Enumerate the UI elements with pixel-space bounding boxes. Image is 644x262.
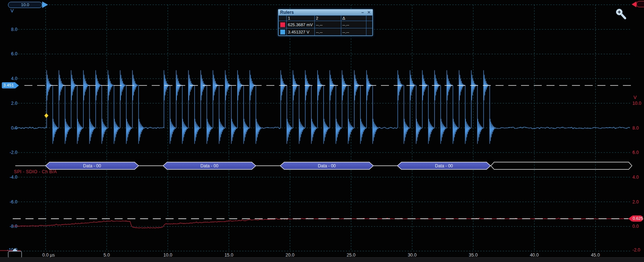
right-axis-tick-label: 2.0 — [632, 199, 639, 205]
oscilloscope-view: 8.06.04.02.00.0-2.0-4.0-6.0-8.0-10.0V10.… — [0, 0, 644, 262]
ruler-value-cell: --.-- — [315, 28, 341, 36]
rulers-table: 12Δ625.3687 mV--.----.--3.451327 V--.---… — [278, 15, 373, 36]
decode-data-bubble-label: Data - 00 — [435, 163, 453, 168]
zoom-plus-cursor-icon — [615, 8, 627, 20]
channel-a-trace — [14, 70, 630, 143]
waveform-plot[interactable]: 8.06.04.02.00.0-2.0-4.0-6.0-8.0-10.0V10.… — [0, 0, 644, 262]
ruler-handle-arrow-icon — [628, 216, 632, 222]
right-axis-tick-label: 0.0 — [632, 224, 639, 229]
left-axis-tick-label: -4.0 — [9, 175, 17, 180]
spacer-cell — [366, 28, 372, 36]
left-axis-tick-label: -2.0 — [9, 150, 17, 155]
minimize-button[interactable]: – — [361, 10, 364, 15]
trigger-marker[interactable] — [44, 113, 48, 118]
left-axis-tick-label: 2.0 — [11, 101, 17, 106]
decode-data-bubble-label: Data - 00 — [200, 163, 219, 168]
right-axis-tick-label: 6.0 — [632, 150, 639, 155]
x-axis-tick-label: 5.0 — [104, 253, 110, 258]
ruler-handle-label: 0.625 — [632, 215, 643, 222]
right-axis-tick-label: 8.0 — [632, 126, 639, 131]
x-axis-tick-label: 35.0 — [469, 253, 478, 258]
right-axis-tick-label: 10.0 — [632, 101, 641, 106]
axis-handle-triangle-icon — [12, 248, 18, 251]
rulers-column-header: 2 — [315, 16, 341, 21]
x-axis-tick-label: 25.0 — [347, 253, 355, 258]
channel-color-swatch — [280, 22, 285, 27]
rulers-dialog[interactable]: Rulers – ✕ 12Δ625.3687 mV--.----.--3.451… — [278, 9, 373, 36]
rulers-table-row: 625.3687 mV--.----.-- — [279, 21, 373, 28]
window-bottom-strip — [0, 257, 644, 262]
left-axis-tick-label: 4.0 — [11, 76, 17, 81]
rulers-table-row: 3.451327 V--.----.-- — [279, 28, 373, 36]
rulers-column-header: Δ — [341, 16, 366, 21]
left-axis-tick-label: -6.0 — [9, 199, 17, 205]
spacer-cell — [366, 21, 372, 28]
right-axis-tick-label: 4.0 — [632, 175, 639, 180]
decode-channel-label: SPI - SDIO - Ch B/A — [14, 169, 57, 174]
ruler-handle-channel-a[interactable]: 3.451 — [2, 82, 19, 88]
x-axis-tick-label: 0.0 µs — [42, 253, 55, 258]
ruler-value-cell: 3.451327 V — [287, 28, 315, 36]
x-axis-tick-label: 45.0 — [591, 253, 600, 258]
ruler-value-cell: --.-- — [341, 21, 366, 28]
x-axis-tick-label: 20.0 — [286, 253, 294, 258]
ruler-value-cell: 625.3687 mV — [287, 21, 315, 28]
rulers-column-header: 1 — [287, 16, 315, 21]
x-axis-tick-label: 10.0 — [163, 253, 172, 258]
decode-data-bubble-label: Data - 00 — [83, 163, 101, 168]
left-axis-tick-label: 6.0 — [11, 51, 17, 56]
rulers-table-header: 12Δ — [279, 16, 373, 21]
scale-tag-arrow-icon — [42, 1, 48, 8]
right-axis-tick-label: -2.0 — [632, 247, 640, 253]
ruler-handle-label: 3.451 — [2, 82, 15, 88]
rulers-dialog-titlebar[interactable]: Rulers – ✕ — [278, 9, 373, 15]
rulers-dialog-title: Rulers — [280, 10, 294, 15]
ruler-value-cell: --.-- — [315, 21, 341, 28]
ruler-handle-arrow-icon — [15, 83, 19, 88]
left-axis-tick-label: 0.0 — [11, 126, 17, 131]
x-axis-tick-label: 15.0 — [224, 253, 233, 258]
channel-b-scale-tag[interactable] — [632, 1, 644, 7]
channel-color-swatch — [280, 29, 285, 35]
x-axis-tick-label: 40.0 — [530, 253, 538, 258]
x-axis-tick-label: 30.0 — [408, 253, 417, 258]
close-button[interactable]: ✕ — [367, 10, 371, 15]
rulers-column-header — [279, 16, 287, 21]
ruler-handle-channel-b[interactable]: 0.625 — [628, 215, 643, 222]
scale-tag-arrow-icon — [632, 1, 636, 7]
right-axis-unit: V — [633, 95, 637, 100]
channel-a-scale-value: 10.0 — [8, 2, 42, 8]
rulers-column-header — [366, 16, 372, 21]
decode-data-bubble-label: Data - 00 — [318, 163, 336, 168]
decode-open-frame — [491, 162, 632, 170]
left-axis-tick-label: 8.0 — [11, 27, 17, 32]
left-axis-unit: V — [11, 8, 14, 13]
ruler-value-cell: --.-- — [341, 28, 366, 36]
channel-a-scale-tag[interactable]: 10.0 — [8, 1, 48, 8]
channel-b-scale-value — [636, 1, 644, 7]
